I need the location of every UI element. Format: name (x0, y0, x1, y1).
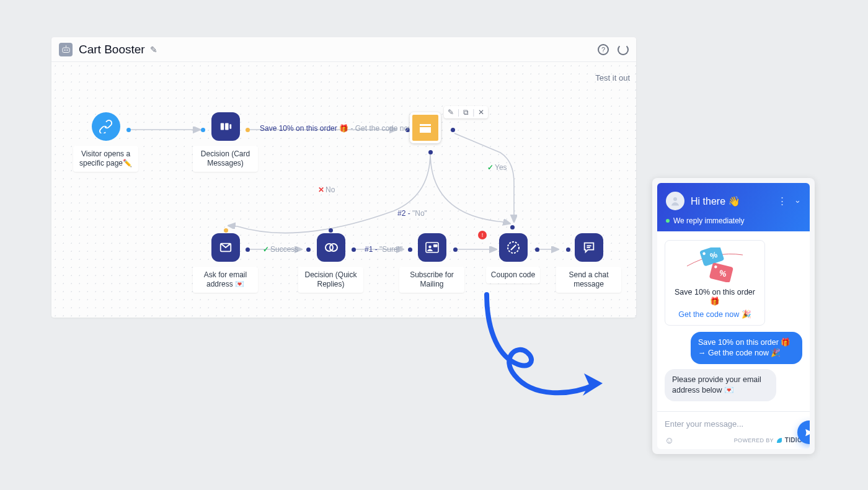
error-badge-icon: ! (478, 231, 487, 239)
edge-label-success: ✓Success (263, 245, 298, 254)
svg-point-16 (673, 197, 677, 201)
avatar (666, 192, 684, 210)
node-coupon[interactable]: ! Coupon code (480, 233, 546, 283)
node-send-chat[interactable]: Send a chat message (556, 233, 621, 293)
promo-card[interactable]: % % Save 10% on this order 🎁 Get the cod… (665, 240, 765, 326)
svg-point-11 (428, 246, 432, 249)
flow-builder-panel: Cart Booster ✎ ? Test it out Visitor ope… (51, 37, 636, 318)
svg-rect-5 (225, 123, 229, 130)
edit-title-icon[interactable]: ✎ (150, 45, 157, 55)
test-it-out-link[interactable]: Test it out (595, 73, 630, 82)
emoji-icon[interactable]: ☺ (665, 435, 674, 445)
message-received: Please provide your email address below … (665, 369, 776, 401)
node-cards[interactable] (397, 112, 453, 143)
message-input[interactable]: Enter your message... (665, 417, 802, 431)
svg-point-2 (66, 50, 68, 51)
help-icon[interactable]: ? (598, 44, 609, 55)
node-decision-quick[interactable]: Decision (Quick Replies) (298, 233, 363, 293)
flow-title: Cart Booster (79, 43, 145, 56)
message-sent: Save 10% on this order 🎁 → Get the code … (691, 332, 802, 364)
node-visitor-page[interactable]: Visitor opens a specific page✏️ (73, 112, 138, 172)
edge-label-no: ✕No (318, 185, 335, 194)
builder-header: Cart Booster ✎ ? (51, 37, 636, 62)
node-subscribe[interactable]: Subscribe for Mailing (399, 233, 464, 293)
bot-icon (59, 43, 73, 56)
chat-menu-icon[interactable]: ⋮ (777, 195, 787, 207)
edge-label-quick1: #1 - "Sure!" (365, 245, 402, 254)
promo-card-text: Save 10% on this order 🎁 (671, 288, 758, 306)
copy-icon[interactable]: ⧉ (463, 108, 469, 117)
tidio-logo-icon (776, 437, 782, 443)
chat-widget-preview: Hi there 👋 ⋮ ⌄ We reply immediately % % … (652, 178, 815, 454)
promo-card-link[interactable]: Get the code now 🎉 (671, 310, 758, 319)
chat-header: Hi there 👋 ⋮ ⌄ We reply immediately (657, 183, 810, 231)
chat-subtitle: We reply immediately (666, 216, 801, 225)
flow-canvas[interactable]: Test it out Visitor opens a specific pag… (51, 62, 636, 318)
svg-rect-6 (229, 124, 231, 128)
close-icon[interactable]: ✕ (478, 108, 484, 117)
edge-label-quick2: #2 - "No" (397, 209, 427, 218)
svg-point-1 (64, 50, 65, 51)
svg-rect-12 (433, 244, 438, 247)
chat-body: % % Save 10% on this order 🎁 Get the cod… (657, 231, 810, 411)
chat-footer: Enter your message... ☺ POWERED BY TIDIO (657, 411, 810, 449)
port-dot (246, 128, 250, 132)
chat-title: Hi there 👋 (691, 195, 777, 207)
port-dot (126, 128, 131, 132)
refresh-icon[interactable] (618, 44, 629, 55)
svg-rect-0 (62, 48, 69, 53)
chevron-down-icon[interactable]: ⌄ (794, 195, 801, 207)
edge-label-yes: ✓Yes (487, 163, 507, 172)
online-dot-icon (666, 219, 670, 223)
node-decision-card[interactable]: Decision (Card Messages) (193, 112, 258, 172)
sale-tags-icon: % % (671, 247, 758, 283)
powered-by: POWERED BY TIDIO (734, 437, 802, 443)
svg-rect-4 (220, 123, 224, 130)
node-ask-email[interactable]: Ask for email address 💌 (193, 233, 258, 293)
